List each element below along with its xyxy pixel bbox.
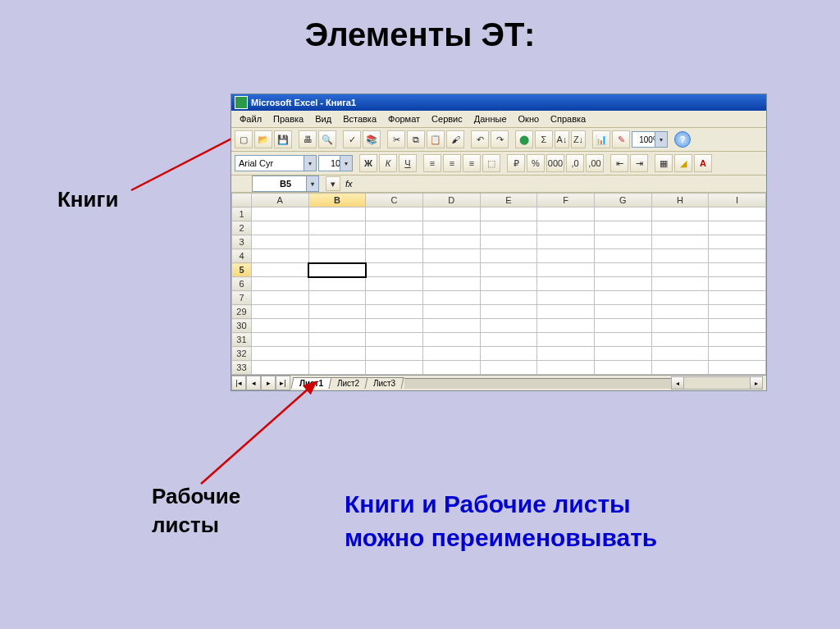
help-button[interactable]: ? — [674, 131, 691, 148]
save-button[interactable]: 💾 — [274, 130, 292, 148]
sort-desc-button[interactable]: Z↓ — [571, 130, 586, 148]
row-header[interactable]: 32 — [232, 347, 252, 361]
spell-button[interactable]: ✓ — [343, 130, 361, 148]
col-header-F[interactable]: F — [537, 194, 595, 207]
menu-insert[interactable]: Вставка — [338, 112, 381, 125]
fill-color-button[interactable]: ◢ — [674, 154, 692, 172]
slide-title: Элементы ЭТ: — [0, 16, 840, 53]
row-header[interactable]: 4 — [232, 249, 252, 263]
underline-button[interactable]: Ч — [399, 154, 417, 172]
preview-button[interactable]: 🔍 — [318, 130, 336, 148]
tab-nav-last[interactable]: ▸| — [276, 376, 290, 390]
col-header-H[interactable]: H — [651, 194, 709, 207]
col-header-B[interactable]: B — [308, 194, 366, 207]
inc-indent-button[interactable]: ⇥ — [630, 154, 648, 172]
callout-sheets-label: Рабочие листы — [152, 482, 240, 540]
name-box[interactable]: B5 ▾ — [252, 175, 319, 192]
redo-button[interactable]: ↷ — [491, 130, 509, 148]
col-header-D[interactable]: D — [422, 194, 480, 207]
borders-button[interactable]: ▦ — [655, 154, 673, 172]
menu-tools[interactable]: Сервис — [427, 112, 468, 125]
sheet-tab-3[interactable]: Лист3 — [365, 377, 404, 389]
menu-data[interactable]: Данные — [469, 112, 512, 125]
col-header-C[interactable]: C — [366, 194, 423, 207]
inc-decimal-button[interactable]: ,0 — [566, 154, 584, 172]
row-header[interactable]: 3 — [232, 235, 252, 249]
row-header[interactable]: 29 — [232, 305, 252, 319]
percent-button[interactable]: % — [527, 154, 545, 172]
menu-help[interactable]: Справка — [546, 112, 591, 125]
excel-window: Microsoft Excel - Книга1 Файл Правка Вид… — [231, 93, 767, 391]
row-header[interactable]: 30 — [232, 319, 252, 333]
app-icon — [235, 96, 248, 109]
row-header[interactable]: 1 — [232, 207, 252, 221]
row-header[interactable]: 33 — [232, 361, 252, 375]
cancel-formula-button[interactable]: ▾ — [326, 176, 340, 191]
row-header[interactable]: 31 — [232, 333, 252, 347]
chevron-down-icon: ▾ — [340, 156, 352, 171]
col-header-A[interactable]: A — [251, 194, 308, 207]
fx-label: fx — [345, 179, 353, 189]
row-header[interactable]: 5 — [232, 263, 252, 277]
active-cell[interactable] — [308, 263, 366, 277]
paste-button[interactable]: 📋 — [427, 130, 445, 148]
callout-books-label: Книги — [57, 187, 118, 212]
copy-button[interactable]: ⧉ — [407, 130, 425, 148]
spreadsheet-grid[interactable]: A B C D E F G H I 1 2 3 4 5 6 7 29 30 31… — [231, 193, 766, 375]
font-color-button[interactable]: A — [694, 154, 712, 172]
align-right-button[interactable]: ≡ — [463, 154, 481, 172]
menu-format[interactable]: Формат — [383, 112, 425, 125]
scroll-left-button[interactable]: ◂ — [672, 377, 684, 389]
tab-nav-prev[interactable]: ◂ — [246, 376, 261, 390]
bold-button[interactable]: Ж — [359, 154, 377, 172]
menubar: Файл Правка Вид Вставка Формат Сервис Да… — [231, 111, 766, 128]
comma-button[interactable]: 000 — [546, 154, 564, 172]
menu-view[interactable]: Вид — [310, 112, 336, 125]
tab-strip-filler — [404, 378, 671, 389]
col-header-E[interactable]: E — [480, 194, 537, 207]
row-header[interactable]: 6 — [232, 277, 252, 291]
menu-window[interactable]: Окно — [514, 112, 545, 125]
currency-button[interactable]: ₽ — [507, 154, 525, 172]
font-name-select[interactable]: Arial Cyr ▾ — [235, 155, 317, 171]
sheet-tab-1[interactable]: Лист1 — [291, 377, 332, 389]
chart-button[interactable]: 📊 — [592, 130, 610, 148]
align-center-button[interactable]: ≡ — [443, 154, 461, 172]
sort-asc-button[interactable]: A↓ — [555, 130, 569, 148]
cut-button[interactable]: ✂ — [387, 130, 405, 148]
autosum-button[interactable]: Σ — [535, 130, 553, 148]
new-button[interactable]: ▢ — [235, 130, 253, 148]
formula-input[interactable] — [353, 176, 766, 191]
col-header-I[interactable]: I — [709, 194, 766, 207]
select-all-corner[interactable] — [232, 194, 252, 207]
menu-file[interactable]: Файл — [235, 112, 267, 125]
undo-button[interactable]: ↶ — [471, 130, 489, 148]
dec-indent-button[interactable]: ⇤ — [610, 154, 628, 172]
arrow-to-sheet-tabs — [193, 377, 324, 492]
research-button[interactable]: 📚 — [363, 130, 381, 148]
row-header[interactable]: 2 — [232, 221, 252, 235]
scroll-right-button[interactable]: ▸ — [750, 377, 762, 389]
sheet-tab-2[interactable]: Лист2 — [329, 377, 368, 389]
tab-nav-first[interactable]: |◂ — [231, 376, 246, 390]
zoom-select[interactable]: 100%▾ — [632, 131, 668, 148]
menu-edit[interactable]: Правка — [268, 112, 308, 125]
open-button[interactable]: 📂 — [254, 130, 272, 148]
slide-note: Книги и Рабочие листы можно переименовыв… — [345, 488, 657, 554]
toolbar-standard: ▢ 📂 💾 🖶 🔍 ✓ 📚 ✂ ⧉ 📋 🖌 ↶ ↷ ⬤ Σ A↓ Z↓ 📊 ✎ … — [231, 128, 766, 152]
print-button[interactable]: 🖶 — [299, 130, 317, 148]
horizontal-scrollbar[interactable]: ◂ ▸ — [671, 376, 763, 390]
tab-nav-next[interactable]: ▸ — [261, 376, 276, 390]
merge-button[interactable]: ⬚ — [482, 154, 500, 172]
drawing-button[interactable]: ✎ — [612, 130, 630, 148]
svg-line-1 — [201, 382, 316, 484]
italic-button[interactable]: К — [379, 154, 397, 172]
font-size-select[interactable]: 10 ▾ — [318, 155, 353, 171]
align-left-button[interactable]: ≡ — [423, 154, 441, 172]
row-header[interactable]: 7 — [232, 291, 252, 305]
format-painter-button[interactable]: 🖌 — [446, 130, 464, 148]
col-header-G[interactable]: G — [594, 194, 651, 207]
dec-decimal-button[interactable]: ,00 — [586, 154, 604, 172]
window-title: Microsoft Excel - Книга1 — [251, 98, 356, 107]
hyperlink-button[interactable]: ⬤ — [515, 130, 533, 148]
